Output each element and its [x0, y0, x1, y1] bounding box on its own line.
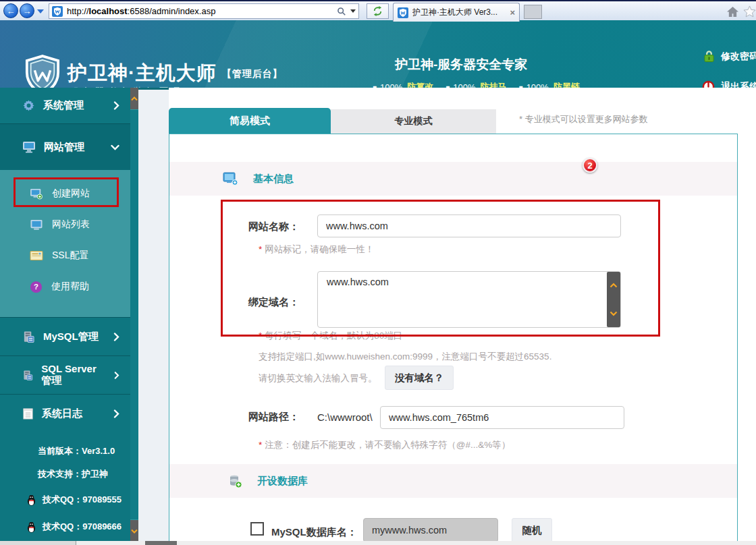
submenu-item-label: 使用帮助: [51, 281, 89, 293]
site-path-label: 网站路径：: [248, 411, 299, 424]
domain-label: 绑定域名：: [248, 296, 299, 309]
textarea-scrollbar[interactable]: [607, 272, 620, 327]
domain-textarea[interactable]: www.hws.com: [317, 271, 621, 328]
tab-title: 护卫神·主机大师 Ver3...: [412, 7, 507, 18]
search-icon[interactable]: [337, 7, 346, 16]
sidebar-item-label: 系统日志: [42, 407, 82, 420]
sidebar-item-website[interactable]: 网站管理: [0, 123, 130, 170]
submenu-item-site-list[interactable]: 网站列表: [0, 209, 130, 240]
address-bar[interactable]: http://localhost:6588/admin/index.asp: [49, 3, 359, 19]
brand-badge: 【管理后台】: [222, 68, 283, 79]
main-content: 简易模式 专业模式 * 专业模式可以设置更多网站参数 基本信息 网站名称： *网…: [169, 88, 756, 545]
lock-icon: [703, 50, 715, 63]
browser-chrome: ← → http://localhost:6588/admin/index.as…: [0, 0, 756, 20]
sqlserver-icon: [22, 369, 33, 382]
submenu-item-ssl[interactable]: SSL配置: [0, 240, 130, 271]
chevron-up-icon: [131, 96, 138, 101]
browser-tab[interactable]: 护卫神·主机大师 Ver3... ×: [393, 3, 520, 22]
sidebar-item-label: MySQL管理: [43, 331, 99, 343]
log-icon: [22, 407, 34, 420]
submenu-item-label: 创建网站: [52, 188, 90, 200]
submenu-item-help[interactable]: ? 使用帮助: [0, 271, 130, 302]
change-password-button[interactable]: 修改密码: [703, 50, 756, 63]
tab-close-icon[interactable]: ×: [510, 7, 515, 18]
recent-pages-dropdown-icon[interactable]: [37, 9, 44, 13]
scroll-down-button[interactable]: [130, 520, 138, 542]
mysql-db-label: MySQL数据库名：: [271, 526, 357, 539]
brand-title: 护卫神·主机大师【管理后台】: [68, 60, 283, 87]
sidebar-item-label: 网站管理: [44, 141, 84, 154]
shield-logo-icon: [24, 55, 61, 88]
step-badge: 2: [583, 158, 597, 173]
sidebar-item-label: 系统管理: [43, 99, 84, 112]
sidebar-item-mysql[interactable]: MySQL管理: [0, 317, 130, 355]
mysql-db-input[interactable]: [363, 518, 498, 542]
stat-trojan: ■ 100%防挂马: [446, 81, 506, 88]
site-path-prefix: C:\wwwroot\: [317, 411, 373, 423]
back-button[interactable]: ←: [3, 3, 18, 18]
site-name-label: 网站名称：: [248, 221, 299, 233]
gear-icon: [22, 99, 35, 112]
url-dropdown-icon[interactable]: [350, 9, 356, 13]
no-domain-button[interactable]: 没有域名？: [385, 366, 454, 390]
header-stats: ■ 100%防篡改 ■ 100%防挂马 ■ 100%防黑链: [373, 81, 580, 88]
scrollbar-thumb[interactable]: [130, 109, 138, 520]
sidebar-item-system[interactable]: 系统管理: [0, 88, 130, 123]
sidebar: 系统管理 网站管理 创建网站: [0, 88, 130, 545]
section-title: 开设数据库: [257, 475, 308, 488]
site-path-input[interactable]: [380, 406, 624, 429]
ssl-icon: [30, 250, 43, 261]
submenu-item-label: 网站列表: [52, 219, 90, 231]
tab-favicon: [398, 7, 408, 18]
chevron-right-icon: [113, 333, 119, 341]
sidebar-item-syslog[interactable]: 系统日志: [0, 394, 130, 432]
new-tab-button[interactable]: [524, 5, 542, 19]
logout-button[interactable]: 退出系统: [702, 80, 756, 88]
hscroll-left-segment[interactable]: [0, 541, 76, 545]
section-database: 开设数据库: [169, 464, 737, 498]
section-basic-info: 基本信息: [169, 162, 737, 196]
chevron-down-icon: [111, 144, 119, 150]
qq-icon: [26, 521, 37, 533]
section-title: 基本信息: [253, 173, 294, 185]
chevron-right-icon: [113, 101, 119, 110]
site-list-icon: [30, 219, 43, 231]
site-favicon: [52, 6, 63, 17]
submenu-item-label: SSL配置: [52, 250, 88, 262]
url-text[interactable]: http://localhost:6588/admin/index.asp: [67, 6, 337, 16]
scroll-up-button[interactable]: [607, 279, 620, 292]
monitor-icon: [22, 141, 36, 153]
stat-blacklink: ■ 100%防黑链: [519, 81, 580, 88]
chevron-down-icon: [131, 529, 138, 534]
chevron-right-icon: [113, 409, 119, 418]
database-icon: [228, 474, 242, 488]
stat-tamper: ■ 100%防篡改: [373, 81, 433, 88]
scroll-up-button[interactable]: [130, 88, 138, 109]
forward-button[interactable]: →: [20, 3, 34, 18]
sidebar-item-sqlserver[interactable]: SQL Server管理: [0, 355, 130, 394]
favorites-star-icon[interactable]: [743, 5, 756, 18]
back-icon: ←: [7, 6, 16, 16]
sidebar-item-label: SQL Server管理: [41, 363, 106, 387]
forward-icon: →: [23, 6, 32, 16]
scroll-down-button[interactable]: [607, 307, 620, 320]
tab-simple-mode[interactable]: 简易模式: [169, 108, 331, 134]
random-button[interactable]: 随机: [512, 518, 552, 542]
sidebar-scrollbar[interactable]: [130, 88, 138, 545]
home-icon[interactable]: [726, 6, 739, 18]
chevron-right-icon: [114, 371, 119, 380]
refresh-button[interactable]: [367, 3, 389, 19]
hscroll-thumb[interactable]: [145, 541, 177, 545]
basic-info-icon: [223, 172, 238, 185]
horizontal-scrollbar[interactable]: [0, 541, 756, 545]
chevron-down-icon: [610, 311, 618, 316]
refresh-icon: [372, 5, 383, 17]
help-icon: ?: [30, 281, 43, 293]
website-submenu: 创建网站 网站列表 SSL配置 ? 使用帮助: [0, 170, 130, 317]
header-slogan: 护卫神-服务器安全专家: [395, 56, 527, 74]
site-name-input[interactable]: [317, 214, 621, 237]
submenu-item-create-site[interactable]: 创建网站: [0, 178, 130, 209]
mysql-db-checkbox[interactable]: [250, 522, 264, 536]
chevron-up-icon: [610, 283, 618, 288]
tab-pro-mode[interactable]: 专业模式: [331, 109, 496, 134]
